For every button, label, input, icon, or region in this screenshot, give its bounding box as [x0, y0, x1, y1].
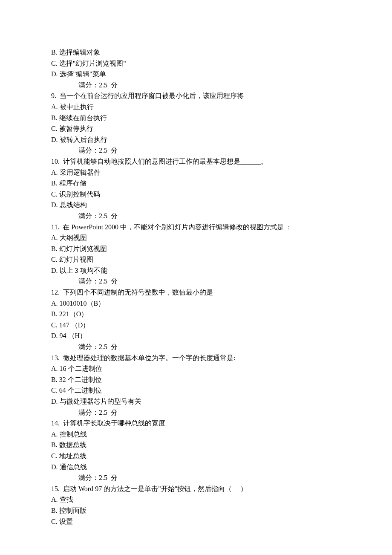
- document-page: B. 选择编辑对象 C. 选择"幻灯片浏览视图" D. 选择"编辑"菜单 满分：…: [0, 0, 392, 555]
- q12-option-b: B. 221（O）: [51, 309, 341, 320]
- q10-option-b: B. 程序存储: [51, 178, 341, 189]
- q13-score: 满分：2.5 分: [51, 407, 341, 418]
- q12-option-d: D. 94 （H）: [51, 330, 341, 341]
- q8-option-b: B. 选择编辑对象: [51, 47, 341, 58]
- q11-option-a: A. 大纲视图: [51, 232, 341, 243]
- q10-option-c: C. 识别控制代码: [51, 189, 341, 200]
- q14-option-d: D. 通信总线: [51, 462, 341, 473]
- q10-option-a: A. 采用逻辑器件: [51, 167, 341, 178]
- q12-score: 满分：2.5 分: [51, 341, 341, 353]
- q9-score: 满分：2.5 分: [51, 145, 341, 156]
- q11-stem: 11. 在 PowerPoint 2000 中，不能对个别幻灯片内容进行编辑修改…: [51, 222, 341, 233]
- q8-score: 满分：2.5 分: [51, 80, 341, 91]
- q11-option-d: D. 以上 3 项均不能: [51, 265, 341, 276]
- q15-option-b: B. 控制面版: [51, 505, 341, 516]
- q11-score: 满分：2.5 分: [51, 276, 341, 287]
- q8-option-d: D. 选择"编辑"菜单: [51, 69, 341, 80]
- q9-option-a: A. 被中止执行: [51, 101, 341, 113]
- q15-option-a: A. 查找: [51, 494, 341, 505]
- q14-option-b: B. 数据总线: [51, 439, 341, 451]
- q14-option-c: C. 地址总线: [51, 451, 341, 462]
- q9-option-d: D. 被转入后台执行: [51, 134, 341, 145]
- q9-option-b: B. 继续在前台执行: [51, 113, 341, 124]
- q14-option-a: A. 控制总线: [51, 429, 341, 440]
- q13-option-b: B. 32 个二进制位: [51, 374, 341, 385]
- q10-stem: 10. 计算机能够自动地按照人们的意图进行工作的最基本思想是______。: [51, 156, 341, 167]
- q13-stem: 13. 微处理器处理的数据基本单位为字。一个字的长度通常是:: [51, 353, 341, 364]
- q14-score: 满分：2.5 分: [51, 472, 341, 483]
- q13-option-c: C. 64 个二进制位: [51, 385, 341, 396]
- q12-stem: 12. 下列四个不同进制的无符号整数中，数值最小的是: [51, 287, 341, 298]
- q15-option-c: C. 设置: [51, 516, 341, 527]
- q14-stem: 14. 计算机字长取决于哪种总线的宽度: [51, 418, 341, 429]
- q13-option-a: A. 16 个二进制位: [51, 363, 341, 374]
- q15-stem: 15. 启动 Word 97 的方法之一是单击"开始"按钮，然后指向（ ）: [51, 483, 341, 494]
- q11-option-b: B. 幻灯片浏览视图: [51, 243, 341, 254]
- q9-option-c: C. 被暂停执行: [51, 123, 341, 134]
- q9-stem: 9. 当一个在前台运行的应用程序窗口被最小化后，该应用程序将: [51, 90, 341, 101]
- q10-score: 满分：2.5 分: [51, 211, 341, 222]
- q12-option-a: A. 10010010（B）: [51, 298, 341, 309]
- q13-option-d: D. 与微处理器芯片的型号有关: [51, 396, 341, 407]
- q10-option-d: D. 总线结构: [51, 199, 341, 211]
- q8-option-c: C. 选择"幻灯片浏览视图": [51, 58, 341, 69]
- q11-option-c: C. 幻灯片视图: [51, 254, 341, 265]
- q12-option-c: C. 147 （D）: [51, 320, 341, 331]
